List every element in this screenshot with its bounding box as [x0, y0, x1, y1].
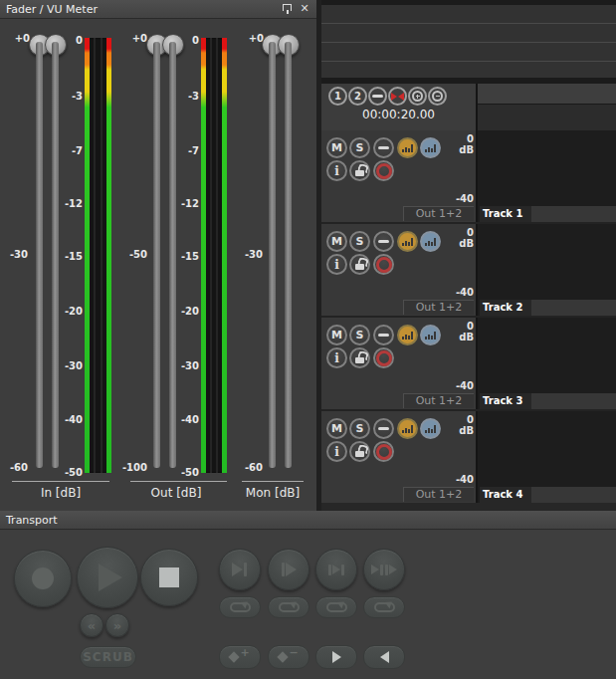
track-timeline[interactable]: Track 4 [476, 411, 616, 503]
record-arm-button[interactable] [373, 160, 394, 181]
mute-button[interactable]: M [326, 231, 347, 252]
forward-icon: » [113, 618, 121, 633]
track-db-scale: 0 dB [434, 133, 474, 155]
timeline-ruler-top[interactable] [478, 84, 616, 104]
next-marker-button[interactable] [315, 645, 357, 669]
lock-button[interactable] [349, 441, 370, 462]
marker-remove-button[interactable]: − [268, 645, 309, 669]
out-vu-meter [201, 38, 227, 473]
volume-curve-button[interactable] [397, 137, 418, 158]
track-info-button[interactable]: i [326, 254, 347, 275]
minimize-button[interactable] [373, 231, 394, 252]
out-gain-label: +0 [125, 33, 147, 45]
timeline-ruler-bottom[interactable] [478, 105, 616, 130]
lock-icon [354, 445, 366, 458]
zoom-in-button[interactable] [408, 87, 427, 106]
track-timeline[interactable]: Track 3 [476, 318, 616, 409]
output-routing-button[interactable]: Out 1+2 [403, 300, 474, 315]
track-name-tab[interactable]: Track 2 [480, 300, 531, 316]
rewind-button[interactable]: « [80, 613, 103, 637]
out-fader-bottom-label: -100 [117, 462, 147, 474]
output-routing-button[interactable]: Out 1+2 [403, 206, 474, 221]
track-gap [321, 316, 616, 318]
meter-scale-label: -40 [53, 414, 83, 426]
close-icon[interactable]: ✕ [298, 2, 311, 16]
loop-icon [326, 602, 347, 612]
solo-button[interactable]: S [349, 231, 370, 252]
meter-scale-label: -7 [169, 145, 199, 157]
loop-button[interactable] [363, 596, 405, 618]
punch-play-icon [389, 565, 397, 574]
prev-marker-button[interactable] [363, 645, 405, 669]
mute-button[interactable]: M [326, 137, 347, 158]
record-arm-button[interactable] [373, 254, 394, 275]
marker-add-button[interactable]: + [219, 645, 261, 669]
vu-panel-titlebar: Fader / VU Meter ✕ [0, 0, 316, 19]
track-row: M S i 0 dB -40 Out 1+2 Track 2 [321, 224, 616, 316]
loop-button[interactable] [219, 596, 261, 618]
track-timeline[interactable]: Track 2 [476, 224, 616, 316]
output-routing-button[interactable]: Out 1+2 [403, 393, 474, 408]
info-icon: i [334, 259, 339, 271]
punch-play-button[interactable] [363, 549, 405, 590]
punch-play-icon [385, 565, 388, 575]
toolbar-minus-button[interactable] [368, 87, 387, 106]
stop-button[interactable] [140, 549, 198, 606]
track-timeline[interactable]: Track 1 [476, 130, 616, 222]
out-fader-rail-left[interactable] [153, 42, 160, 468]
mute-button[interactable]: M [326, 325, 347, 345]
solo-button[interactable]: S [349, 418, 370, 439]
record-button[interactable] [14, 550, 72, 607]
mute-button[interactable]: M [326, 418, 347, 439]
zoom-to-range-button[interactable] [388, 87, 407, 106]
volume-curve-button[interactable] [397, 231, 418, 252]
minimize-button[interactable] [373, 418, 394, 439]
zoom-out-button[interactable] [428, 87, 447, 106]
toolbar-button-1[interactable]: 1 [328, 87, 347, 106]
out-group-caption: Out [dB] [136, 486, 216, 500]
record-icon [32, 567, 54, 589]
track-name-tab[interactable]: Track 1 [480, 206, 531, 222]
toolbar-button-2-label: 2 [354, 91, 361, 102]
pin-icon[interactable] [281, 3, 293, 15]
solo-label: S [356, 422, 364, 435]
forward-button[interactable]: » [105, 613, 129, 637]
db-top-label: 0 [467, 133, 474, 144]
track-info-button[interactable]: i [326, 347, 347, 368]
track-row: M S i 0 dB -40 Out 1+2 Track 4 [321, 411, 616, 503]
plus-icon: + [240, 646, 249, 659]
loop-button[interactable] [268, 596, 309, 618]
play-range-button[interactable] [315, 549, 357, 590]
toolbar-button-2[interactable]: 2 [348, 87, 367, 106]
lock-button[interactable] [349, 347, 370, 368]
zoom-in-icon [412, 91, 423, 102]
minimize-button[interactable] [373, 325, 394, 345]
timecode-display[interactable]: 00:00:20.00 [321, 108, 476, 121]
solo-label: S [356, 329, 364, 341]
track-info-button[interactable]: i [326, 441, 347, 462]
record-arm-button[interactable] [373, 347, 394, 368]
lock-button[interactable] [349, 254, 370, 275]
output-routing-button[interactable]: Out 1+2 [403, 487, 474, 502]
volume-curve-button[interactable] [397, 418, 418, 439]
mon-fader-bottom-label: -60 [237, 462, 263, 474]
play-button[interactable] [77, 547, 138, 608]
track-name-tab[interactable]: Track 3 [480, 393, 531, 409]
track-name-tab[interactable]: Track 4 [480, 487, 531, 503]
mon-fader-rail-left[interactable] [269, 42, 276, 468]
play-from-start-icon [282, 563, 285, 576]
loop-button[interactable] [315, 596, 357, 618]
in-fader-rail-left[interactable] [36, 42, 43, 468]
solo-button[interactable]: S [349, 137, 370, 158]
transport-title: Transport [0, 514, 58, 527]
scrub-button[interactable]: SCRUB [80, 646, 136, 668]
solo-button[interactable]: S [349, 325, 370, 345]
play-to-end-button[interactable] [219, 549, 261, 590]
mon-fader-rail-right[interactable] [285, 42, 292, 468]
minimize-button[interactable] [373, 137, 394, 158]
play-from-start-button[interactable] [268, 549, 309, 590]
volume-curve-button[interactable] [397, 325, 418, 345]
lock-button[interactable] [349, 160, 370, 181]
track-info-button[interactable]: i [326, 160, 347, 181]
record-arm-button[interactable] [373, 441, 394, 462]
